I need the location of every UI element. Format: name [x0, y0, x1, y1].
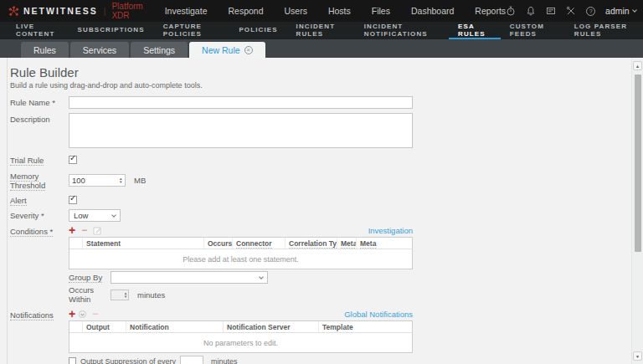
occurs-within-input[interactable]	[111, 290, 123, 300]
trial-rule-label: Trial Rule	[10, 156, 44, 166]
menu-files[interactable]: Files	[372, 6, 390, 16]
description-textarea[interactable]	[69, 113, 413, 148]
notifications-table-header: Output Notification Notification Server …	[69, 321, 412, 333]
output-suppression-input[interactable]	[180, 356, 203, 364]
user-name: admin	[605, 6, 630, 16]
menu-users[interactable]: Users	[285, 6, 307, 16]
subnav-live-content[interactable]: LIVE CONTENT	[7, 22, 69, 39]
conditions-table-header: Statement Occurs Connector Correlation T…	[69, 238, 412, 249]
notifications-col-notification: Notification	[126, 321, 224, 332]
vertical-scrollbar[interactable]: ▲ ▼	[631, 58, 643, 364]
stopwatch-icon[interactable]	[506, 6, 516, 16]
conditions-col-meta-1: Meta	[337, 238, 357, 249]
conditions-col-meta-2: Meta	[357, 238, 412, 249]
edit-statement-button[interactable]	[93, 223, 102, 238]
add-notification-dropdown-icon[interactable]	[79, 310, 86, 318]
trial-rule-checkbox[interactable]: ✓	[69, 156, 77, 164]
investigation-link[interactable]: Investigation	[368, 226, 413, 235]
group-by-row: Group By	[10, 271, 643, 284]
tools-icon[interactable]	[566, 6, 576, 16]
add-statement-button[interactable]: +	[69, 226, 75, 235]
output-suppression-checkbox[interactable]	[69, 357, 76, 364]
tab-settings[interactable]: Settings	[131, 42, 188, 58]
top-menu: Investigate Respond Users Hosts Files Da…	[165, 6, 506, 16]
occurs-within-stepper: ▴ ▾	[111, 290, 129, 300]
notifications-empty-message: No parameters to edit.	[69, 333, 412, 352]
rule-name-input[interactable]	[69, 96, 413, 109]
product-name: Platform XDR	[111, 2, 142, 20]
memory-threshold-label: Memory Threshold	[10, 172, 45, 191]
stepper-down-icon[interactable]: ▾	[120, 180, 122, 183]
subnav-capture-policies[interactable]: CAPTURE POLICIES	[154, 22, 230, 39]
notifications-col-server: Notification Server	[224, 321, 319, 332]
esa-tab-bar: Rules Services Settings New Rule ×	[0, 39, 643, 58]
checkmark-icon: ✓	[69, 193, 76, 203]
user-menu[interactable]: admin	[605, 6, 636, 16]
menu-reports[interactable]: Reports	[475, 6, 506, 16]
add-notification-button[interactable]: +	[69, 310, 75, 319]
chevron-down-icon	[111, 213, 116, 218]
conditions-empty-message: Please add at least one statement.	[69, 249, 412, 269]
brand: NETWITNESS | Platform XDR	[8, 2, 143, 20]
chevron-down-icon	[259, 274, 264, 279]
notifications-col-select	[69, 321, 83, 332]
chevron-down-icon	[632, 8, 637, 13]
memory-threshold-row: Memory Threshold ▴ ▾ MB	[10, 170, 643, 190]
conditions-col-occurs: Occurs	[204, 238, 233, 249]
group-by-select[interactable]	[111, 271, 268, 284]
conditions-col-statement: Statement	[83, 238, 204, 249]
menu-investigate[interactable]: Investigate	[165, 6, 208, 16]
checkmark-icon: ✓	[69, 153, 76, 162]
stepper-arrows[interactable]: ▴ ▾	[123, 290, 128, 300]
remove-notification-button[interactable]: −	[92, 310, 98, 319]
menu-dashboard[interactable]: Dashboard	[411, 6, 454, 16]
brand-name: NETWITNESS	[23, 6, 98, 16]
memory-threshold-input[interactable]	[69, 175, 117, 186]
description-row: Description	[10, 113, 643, 148]
memory-threshold-unit: MB	[134, 176, 146, 185]
notifications-table: Output Notification Notification Server …	[69, 320, 413, 353]
severity-value: Low	[74, 211, 88, 220]
page-subtitle: Build a rule using drag-and-drop and aut…	[10, 81, 643, 90]
stepper-arrows[interactable]: ▴ ▾	[117, 175, 125, 186]
memory-threshold-stepper: ▴ ▾	[69, 174, 126, 187]
scrollbar-thumb[interactable]	[635, 74, 641, 252]
top-right-controls: ? admin	[506, 6, 636, 16]
close-icon[interactable]: ×	[244, 46, 253, 54]
conditions-col-select	[69, 238, 83, 249]
scroll-down-button[interactable]: ▼	[633, 351, 642, 361]
menu-respond[interactable]: Respond	[228, 6, 263, 16]
trial-rule-row: Trial Rule ✓	[10, 154, 643, 165]
subnav-incident-rules[interactable]: INCIDENT RULES	[287, 22, 355, 39]
tab-rules[interactable]: Rules	[21, 42, 69, 58]
group-by-label: Group By	[69, 273, 102, 283]
tab-new-rule[interactable]: New Rule ×	[189, 42, 265, 58]
severity-select[interactable]: Low	[69, 209, 121, 222]
output-suppression-row: Output Suppression of every minutes	[69, 356, 413, 364]
subnav-custom-feeds[interactable]: CUSTOM FEEDS	[501, 22, 565, 39]
admin-sub-navigation: LIVE CONTENT SUBSCRIPTIONS CAPTURE POLIC…	[0, 22, 643, 39]
top-navigation-bar: NETWITNESS | Platform XDR Investigate Re…	[0, 0, 643, 22]
conditions-toolbar: + − Investigation	[69, 225, 413, 236]
subnav-policies[interactable]: POLICIES	[229, 22, 286, 39]
menu-hosts[interactable]: Hosts	[328, 6, 351, 16]
notifications-col-output: Output	[83, 321, 126, 332]
tab-services[interactable]: Services	[70, 42, 129, 58]
description-label: Description	[10, 113, 69, 148]
occurs-within-label: Occurs Within	[69, 285, 111, 304]
subnav-esa-rules[interactable]: ESA RULES	[449, 22, 501, 39]
alert-checkbox[interactable]: ✓	[69, 196, 77, 204]
notifications-row: Notifications + − Global Notifications O…	[10, 309, 643, 364]
scroll-up-button[interactable]: ▲	[633, 61, 642, 70]
stepper-down-icon[interactable]: ▾	[125, 295, 127, 298]
subnav-subscriptions[interactable]: SUBSCRIPTIONS	[69, 22, 154, 39]
panel-left-border	[7, 58, 8, 364]
notifications-label: Notifications	[10, 310, 54, 320]
jobs-report-icon[interactable]	[546, 6, 556, 16]
help-icon[interactable]: ?	[586, 7, 595, 16]
subnav-log-parser-rules[interactable]: LOG PARSER RULES	[565, 22, 643, 39]
subnav-incident-notifications[interactable]: INCIDENT NOTIFICATIONS	[355, 22, 449, 39]
remove-statement-button[interactable]: −	[81, 226, 87, 235]
bell-icon[interactable]	[526, 6, 536, 16]
global-notifications-link[interactable]: Global Notifications	[344, 310, 413, 319]
